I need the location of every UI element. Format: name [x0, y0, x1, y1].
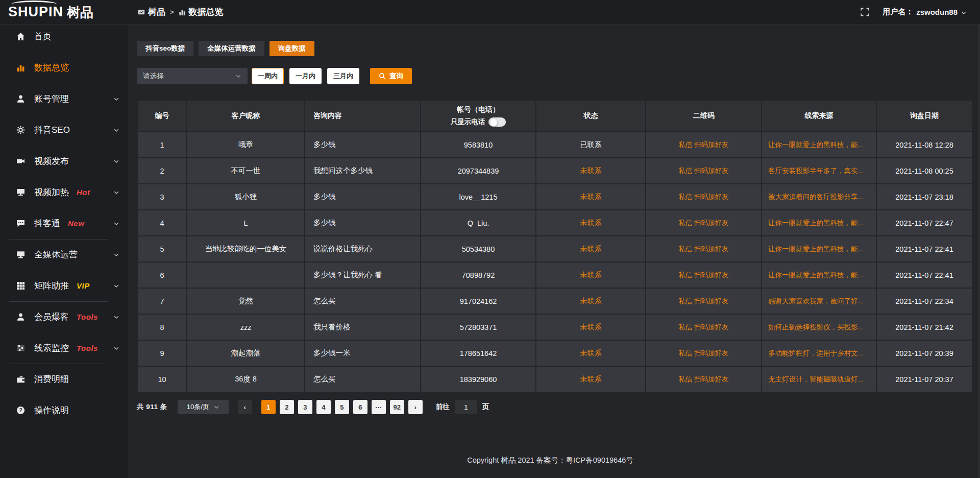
page-button[interactable]: 1 — [261, 400, 276, 414]
qr-add-friend-link[interactable]: 私信 扫码加好友 — [678, 219, 728, 227]
lead-source-link[interactable]: 无主灯设计，智能磁吸轨道灯... — [768, 375, 864, 383]
sidebar-item[interactable]: 首页 — [0, 21, 128, 52]
cell-status: 未联系 — [536, 158, 645, 183]
sidebar-item[interactable]: 抖客通 New — [0, 208, 128, 239]
period-button[interactable]: 一月内 — [289, 68, 322, 84]
col-header-content: 咨询内容 — [305, 101, 420, 131]
data-tab[interactable]: 全媒体运营数据 — [199, 41, 264, 56]
lead-source-link[interactable]: 多功能护栏灯，适用于乡村文... — [768, 349, 864, 357]
cell-account: Q_Liu. — [421, 210, 535, 235]
qr-add-friend-link[interactable]: 私信 扫码加好友 — [678, 375, 728, 383]
cell-id: 2 — [138, 158, 186, 183]
lead-source-link[interactable]: 让你一眼就爱上的黑科技，能... — [768, 219, 864, 227]
qr-add-friend-link[interactable]: 私信 扫码加好友 — [678, 141, 728, 149]
qr-add-friend-link[interactable]: 私信 扫码加好友 — [678, 167, 728, 175]
username-value: zswodun88 — [916, 8, 958, 16]
page-button[interactable]: ··· — [372, 400, 386, 414]
table-row: 2 不可一世 我想问这个多少钱 2097344839 未联系 私信 扫码加好友 … — [138, 158, 972, 183]
chevron-down-icon — [113, 283, 119, 289]
cell-qrcode: 私信 扫码加好友 — [646, 341, 761, 366]
chevron-down-icon — [113, 252, 119, 258]
col-header-nickname: 客户昵称 — [187, 101, 304, 131]
sidebar-item[interactable]: 消费明细 — [0, 364, 128, 395]
logo[interactable]: SHUPIN 树品 — [0, 5, 128, 19]
lead-source-link[interactable]: 让你一眼就爱上的黑科技，能... — [768, 271, 864, 279]
next-page-button[interactable]: › — [408, 400, 423, 414]
lead-source-link[interactable]: 被大家追着问的客厅投影分享... — [768, 193, 864, 201]
cell-account: 178651642 — [421, 341, 535, 366]
chart-bars-icon — [15, 63, 26, 73]
breadcrumb-label: 树品 — [148, 6, 165, 18]
sidebar-item-label: 数据总览 — [34, 62, 69, 74]
sidebar-item[interactable]: 数据总览 — [0, 52, 128, 83]
period-button[interactable]: 一周内 — [252, 68, 284, 84]
scrollbar[interactable] — [978, 0, 980, 478]
user-icon — [15, 312, 26, 322]
table-row: 8 zzz 我只看价格 572803371 未联系 私信 扫码加好友 如何正确选… — [138, 315, 972, 340]
sidebar-item[interactable]: 抖音SEO — [0, 114, 128, 146]
cell-source: 让你一眼就爱上的黑科技，能... — [762, 236, 876, 261]
page-button[interactable]: 4 — [316, 400, 331, 414]
page-button[interactable]: 6 — [353, 400, 368, 414]
sidebar-item-label: 线索监控 — [34, 342, 69, 354]
goto-page-input[interactable] — [455, 400, 477, 414]
sidebar-item[interactable]: 线索监控 Tools — [0, 332, 128, 364]
sidebar-item[interactable]: 视频加热 Hot — [0, 177, 128, 208]
page-button[interactable]: 2 — [280, 400, 294, 414]
cell-source: 让你一眼就爱上的黑科技，能... — [762, 262, 876, 288]
cell-nickname: 哦章 — [187, 132, 304, 157]
period-button[interactable]: 三月内 — [327, 68, 359, 84]
sidebar-item[interactable]: 账号管理 — [0, 83, 128, 114]
query-button[interactable]: 查询 — [370, 68, 412, 84]
prev-page-button[interactable]: ‹ — [238, 400, 252, 414]
qr-add-friend-link[interactable]: 私信 扫码加好友 — [678, 245, 728, 253]
qr-add-friend-link[interactable]: 私信 扫码加好友 — [678, 297, 728, 305]
cell-account: 2097344839 — [421, 158, 535, 183]
qr-add-friend-link[interactable]: 私信 扫码加好友 — [678, 323, 728, 331]
page-size-select[interactable]: 10条/页 — [178, 400, 229, 414]
table-row: 5 当地比较能吃的一位美女 说说价格让我死心 50534380 未联系 私信 扫… — [138, 236, 972, 261]
cell-account: 572803371 — [421, 315, 535, 340]
sidebar-item[interactable]: 全媒体运营 — [0, 239, 128, 270]
cell-source: 多功能护栏灯，适用于乡村文... — [762, 341, 876, 366]
lead-source-link[interactable]: 感谢大家喜欢我家，被问了好... — [768, 297, 864, 305]
cell-qrcode: 私信 扫码加好友 — [646, 158, 761, 183]
cell-nickname: 当地比较能吃的一位美女 — [187, 236, 304, 261]
cell-account: love__1215 — [421, 184, 535, 209]
qr-add-friend-link[interactable]: 私信 扫码加好友 — [678, 349, 728, 357]
category-select[interactable]: 请选择 — [137, 68, 248, 84]
cell-content: 说说价格让我死心 — [305, 236, 420, 261]
page-button[interactable]: 3 — [298, 400, 312, 414]
qr-add-friend-link[interactable]: 私信 扫码加好友 — [678, 193, 728, 201]
qr-add-friend-link[interactable]: 私信 扫码加好友 — [678, 271, 728, 279]
sidebar-item-badge: VIP — [77, 281, 90, 290]
cell-nickname: 潮起潮落 — [187, 341, 304, 366]
sidebar-item[interactable]: 视频发布 — [0, 146, 128, 177]
lead-source-link[interactable]: 让你一眼就爱上的黑科技，能... — [768, 141, 864, 149]
col-header-status: 状态 — [536, 101, 645, 131]
user-menu[interactable]: 用户名： zswodun88 — [883, 7, 967, 17]
phone-only-toggle[interactable] — [488, 117, 506, 127]
sidebar-item[interactable]: 会员爆客 Tools — [0, 301, 128, 332]
page-button[interactable]: 5 — [335, 400, 349, 414]
sidebar-item-label: 抖音SEO — [34, 124, 70, 136]
sidebar-item[interactable]: ? 操作说明 — [0, 395, 128, 426]
breadcrumb-item-home[interactable]: 树品 — [138, 6, 165, 18]
data-tab[interactable]: 抖音seo数据 — [137, 41, 193, 56]
cell-id: 9 — [138, 341, 186, 366]
fullscreen-icon[interactable] — [861, 8, 869, 16]
breadcrumb-item-current[interactable]: 数据总览 — [179, 6, 224, 18]
sidebar-item-label: 视频加热 — [34, 186, 69, 198]
phone-only-label: 只显示电话 — [451, 117, 485, 127]
sidebar-item[interactable]: 矩阵助推 VIP — [0, 270, 128, 301]
cell-status: 未联系 — [536, 210, 645, 235]
lead-source-link[interactable]: 让你一眼就爱上的黑科技，能... — [768, 245, 864, 253]
cell-qrcode: 私信 扫码加好友 — [646, 236, 761, 261]
data-tab[interactable]: 询盘数据 — [270, 41, 314, 56]
lead-source-link[interactable]: 如何正确选择投影仪，买投影... — [768, 323, 864, 331]
cell-content: 怎么买 — [305, 289, 420, 314]
chart-small-icon — [179, 9, 186, 16]
lead-source-link[interactable]: 客厅安装投影半年多了，真实... — [768, 167, 864, 175]
page-button[interactable]: 92 — [390, 400, 404, 414]
sidebar-item-label: 抖客通 — [34, 218, 60, 229]
